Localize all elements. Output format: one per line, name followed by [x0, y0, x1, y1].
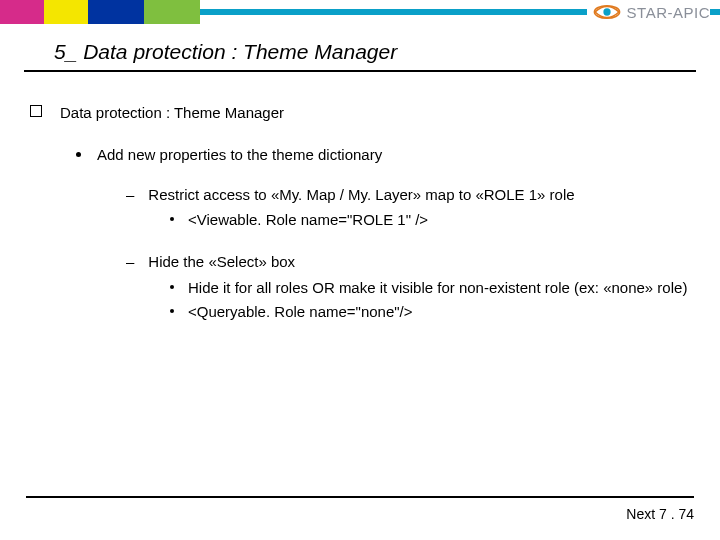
spacer [30, 233, 690, 247]
band-segment-yellow [44, 0, 88, 24]
hide-line: Hide the «Select» box [148, 251, 295, 273]
bullet-level-3: – Restrict access to «My. Map / My. Laye… [126, 184, 690, 206]
bullet-level-4: <Queryable. Role name="none"/> [170, 301, 690, 323]
dot-bullet-icon [76, 152, 81, 157]
hide-detail: Hide it for all roles OR make it visible… [188, 277, 687, 299]
restrict-line: Restrict access to «My. Map / My. Layer»… [148, 184, 574, 206]
brand-logo: STAR-APIC [587, 0, 710, 24]
dot-bullet-icon [170, 309, 174, 313]
band-segment-blue [88, 0, 144, 24]
band-segment-green [144, 0, 200, 24]
hide-code: <Queryable. Role name="none"/> [188, 301, 413, 323]
dash-bullet-icon: – [126, 251, 134, 273]
brand-name: STAR-APIC [627, 4, 710, 21]
eye-icon [593, 3, 621, 21]
dot-bullet-icon [170, 285, 174, 289]
bullet-level-2: Add new properties to the theme dictiona… [76, 144, 690, 166]
footer-rule [26, 496, 694, 498]
square-bullet-icon [30, 105, 42, 117]
bullet-level-1: Data protection : Theme Manager [30, 102, 690, 124]
footer-text: Next 7 . 74 [626, 506, 694, 522]
restrict-code: <Viewable. Role name="ROLE 1" /> [188, 209, 428, 231]
bullet-level-4: Hide it for all roles OR make it visible… [170, 277, 690, 299]
slide: STAR-APIC 5_ Data protection : Theme Man… [0, 0, 720, 540]
band-segment-magenta [0, 0, 44, 24]
bullet-level-4: <Viewable. Role name="ROLE 1" /> [170, 209, 690, 231]
bullet-level-3: – Hide the «Select» box [126, 251, 690, 273]
dash-bullet-icon: – [126, 184, 134, 206]
slide-title: 5_ Data protection : Theme Manager [0, 40, 720, 70]
dot-bullet-icon [170, 217, 174, 221]
bullet-main-text: Data protection : Theme Manager [60, 102, 284, 124]
bullet-sub-text: Add new properties to the theme dictiona… [97, 144, 382, 166]
slide-body: Data protection : Theme Manager Add new … [0, 72, 720, 322]
title-area: 5_ Data protection : Theme Manager [0, 40, 720, 72]
svg-point-1 [603, 8, 610, 15]
